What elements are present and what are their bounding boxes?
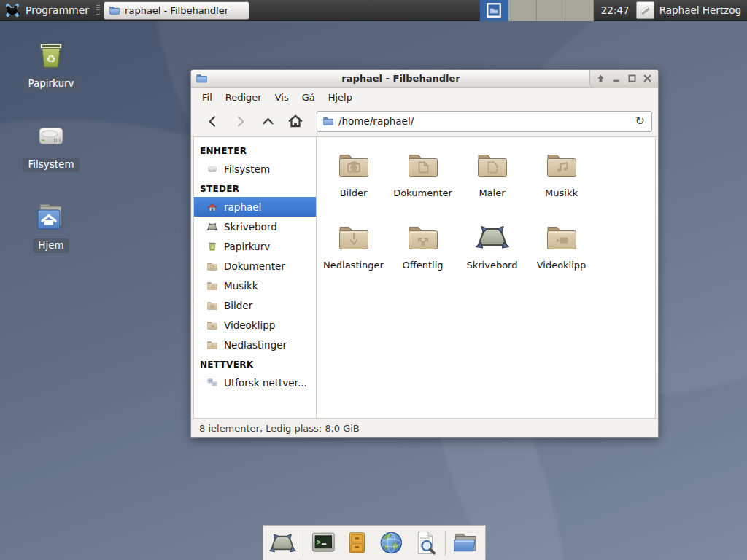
folder-downloads-icon xyxy=(336,219,371,254)
menu-edit[interactable]: Rediger xyxy=(219,89,268,106)
window-folder-icon xyxy=(196,72,208,85)
close-button[interactable] xyxy=(642,73,653,84)
folder-pictures-icon xyxy=(336,147,371,182)
file-cabinet-launcher[interactable] xyxy=(343,528,371,558)
file-item-music[interactable]: Musikk xyxy=(527,147,596,219)
sidebar-item-label: Utforsk nettver... xyxy=(224,377,307,389)
eraser-icon xyxy=(638,4,652,18)
sidebar-item-downloads[interactable]: Nedlastinger xyxy=(194,335,316,354)
mini-window-icon xyxy=(486,2,502,18)
sidebar-item-browse-network[interactable]: Utforsk nettver... xyxy=(194,373,316,392)
workspace-4[interactable] xyxy=(565,0,594,21)
sidebar-item-label: Bilder xyxy=(224,300,252,311)
session-button[interactable] xyxy=(636,1,654,19)
sidebar-item-trash[interactable]: ♻ Papirkurv xyxy=(194,236,316,256)
sidebar-item-pictures[interactable]: Bilder xyxy=(194,295,316,315)
sidebar-item-filesystem[interactable]: Filsystem xyxy=(194,159,316,179)
trash-icon: ♻ xyxy=(206,241,218,252)
shade-button[interactable] xyxy=(595,73,606,84)
window-content: ENHETER Filsystem STEDER raphael Skriveb… xyxy=(191,136,658,419)
file-item-templates[interactable]: Maler xyxy=(457,147,527,219)
clock: 22:47 xyxy=(601,4,630,16)
file-manager-launcher[interactable] xyxy=(452,528,480,558)
file-item-public[interactable]: Offentlig xyxy=(388,219,457,292)
desktop-icon-trash[interactable]: ♻ Papirkurv xyxy=(16,38,86,91)
file-item-pictures[interactable]: Bilder xyxy=(319,147,388,219)
folder-music-icon xyxy=(544,147,579,182)
menu-go[interactable]: Gå xyxy=(295,89,322,106)
folder-downloads-icon xyxy=(206,339,218,351)
menu-view[interactable]: Vis xyxy=(268,89,295,106)
sidebar-item-documents[interactable]: Dokumenter xyxy=(194,256,316,276)
top-panel: Programmer raphael - Filbehandler 22:47 … xyxy=(0,0,747,21)
reload-button[interactable]: ↻ xyxy=(634,115,646,127)
file-manager-window: raphael - Filbehandler Fil Rediger Vis G… xyxy=(190,69,659,438)
minimize-button[interactable] xyxy=(611,73,622,84)
sidebar-item-label: Videoklipp xyxy=(224,319,275,331)
terminal-launcher[interactable]: > xyxy=(309,528,338,558)
file-item-documents[interactable]: Dokumenter xyxy=(388,147,457,219)
sidebar-item-raphael[interactable]: raphael xyxy=(194,197,316,217)
path-bar[interactable]: /home/raphael/ ↻ xyxy=(317,111,652,132)
file-item-downloads[interactable]: Nedlastinger xyxy=(319,219,388,292)
file-label: Bilder xyxy=(340,187,368,198)
desktop-icon xyxy=(206,221,218,233)
up-button[interactable] xyxy=(254,110,282,132)
taskbar-window-button[interactable]: raphael - Filbehandler xyxy=(104,1,249,20)
desktop-icon xyxy=(475,219,510,254)
file-label: Dokumenter xyxy=(393,187,452,198)
folder-videos-icon xyxy=(544,219,579,254)
svg-text:♻: ♻ xyxy=(46,52,55,66)
home-folder-icon xyxy=(34,200,69,235)
show-desktop-button[interactable] xyxy=(268,528,297,558)
back-button[interactable] xyxy=(198,110,226,132)
taskbar-window-label: raphael - Filbehandler xyxy=(125,5,228,16)
web-browser-launcher[interactable] xyxy=(377,528,406,558)
applications-menu-icon[interactable] xyxy=(4,1,21,19)
file-label: Skrivebord xyxy=(466,260,517,271)
folder-documents-icon xyxy=(406,147,441,182)
sidebar-item-desktop[interactable]: Skrivebord xyxy=(194,217,316,236)
statusbar: 8 ielementer, Ledig plass: 8,0 GiB xyxy=(191,419,658,438)
applications-menu-button[interactable]: Programmer xyxy=(26,4,89,16)
sidebar-header-devices: ENHETER xyxy=(194,141,316,159)
network-icon xyxy=(206,377,218,389)
toolbar: /home/raphael/ ↻ xyxy=(191,106,658,136)
dock-separator xyxy=(303,531,303,556)
forward-button[interactable] xyxy=(226,110,254,132)
maximize-button[interactable] xyxy=(627,73,638,84)
sidebar-header-network: NETTVERK xyxy=(194,354,316,373)
sidebar-item-music[interactable]: Musikk xyxy=(194,276,316,295)
file-label: Videoklipp xyxy=(537,260,587,271)
folder-music-icon xyxy=(206,280,218,292)
file-item-desktop[interactable]: Skrivebord xyxy=(457,219,527,292)
desktop-icon-label: Papirkurv xyxy=(23,77,79,91)
tasklist-grip xyxy=(96,5,100,15)
menu-help[interactable]: Hjelp xyxy=(322,89,359,106)
folder-videos-icon xyxy=(206,319,218,331)
workspace-2[interactable] xyxy=(508,0,537,21)
file-list[interactable]: Bilder Dokumenter Maler Musikk Nedlastin… xyxy=(316,136,656,419)
desktop-icon-filesystem[interactable]: Filsystem xyxy=(16,119,86,172)
statusbar-text: 8 ielementer, Ledig plass: 8,0 GiB xyxy=(199,423,360,434)
search-launcher[interactable] xyxy=(411,528,440,558)
file-label: Musikk xyxy=(545,187,578,198)
sidebar-item-label: Skrivebord xyxy=(224,221,277,233)
desktop-icon-home[interactable]: Hjem xyxy=(16,200,86,253)
harddrive-icon xyxy=(34,119,69,154)
home-button[interactable] xyxy=(282,110,309,132)
dock-separator xyxy=(445,531,446,556)
sidebar-item-label: Nedlastinger xyxy=(224,339,287,351)
sidebar: ENHETER Filsystem STEDER raphael Skriveb… xyxy=(193,136,316,419)
file-label: Nedlastinger xyxy=(323,260,384,271)
path-input[interactable]: /home/raphael/ xyxy=(338,115,630,127)
trash-icon: ♻ xyxy=(34,38,69,73)
sidebar-item-label: Filsystem xyxy=(224,163,270,175)
file-item-videos[interactable]: Videoklipp xyxy=(527,219,596,292)
workspace-3[interactable] xyxy=(537,0,565,21)
menu-file[interactable]: Fil xyxy=(196,89,219,106)
sidebar-item-videos[interactable]: Videoklipp xyxy=(194,315,316,335)
dock: > xyxy=(263,525,486,560)
titlebar[interactable]: raphael - Filbehandler xyxy=(191,70,658,88)
workspace-1[interactable] xyxy=(480,0,508,21)
